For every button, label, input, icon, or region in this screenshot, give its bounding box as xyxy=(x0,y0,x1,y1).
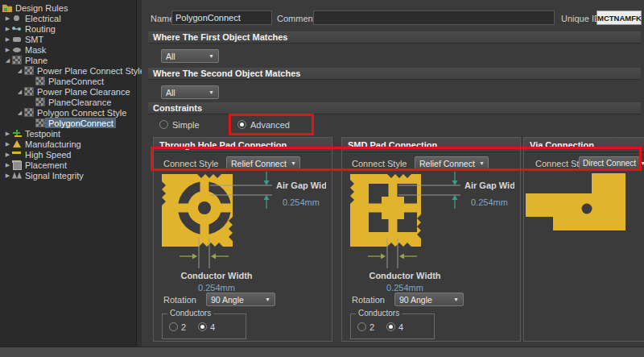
advanced-mode-label: Advanced xyxy=(250,120,290,130)
conductors-2-label: 2 xyxy=(181,322,186,332)
through-hole-connect-style-dropdown[interactable]: Relief Connect ▼ xyxy=(226,156,300,170)
expand-expanded-icon[interactable]: ◢ xyxy=(3,57,12,64)
tree-item-label: Plane xyxy=(25,56,47,65)
tree-item-plane[interactable]: ◢ Plane xyxy=(0,55,136,65)
tree-item-polygonconnect-selected[interactable]: PolygonConnect xyxy=(0,118,136,128)
conductors-2-radio[interactable] xyxy=(357,322,366,331)
connect-style-value: Relief Connect xyxy=(419,159,475,168)
expand-collapsed-icon[interactable]: ▶ xyxy=(3,162,12,168)
advanced-mode-radio[interactable] xyxy=(237,120,246,129)
simple-mode-radio[interactable] xyxy=(159,120,168,129)
tree-item-high-speed[interactable]: ▶ High Speed xyxy=(0,149,136,160)
conductors-groupbox: Conductors 2 4 xyxy=(162,313,246,339)
electrical-icon xyxy=(12,14,22,23)
through-hole-pad-connection-panel: Through Hole Pad Connection Connect Styl… xyxy=(153,137,332,342)
conductor-width-label: Conductor Width xyxy=(369,271,440,280)
smd-connect-style-dropdown[interactable]: Relief Connect ▼ xyxy=(415,156,489,170)
tree-item-power-plane-connect-style[interactable]: ◢ Power Plane Connect Style xyxy=(0,65,136,76)
conductors-legend: Conductors xyxy=(167,309,213,318)
conductors-4-radio[interactable] xyxy=(386,322,395,331)
air-gap-arrows xyxy=(264,172,270,209)
chevron-down-icon: ▼ xyxy=(265,297,270,302)
tree-item-placement[interactable]: ▶ Placement xyxy=(0,160,136,170)
rule-icon xyxy=(35,77,45,85)
tree-item-label: SMT xyxy=(25,35,43,44)
air-gap-width-value: 0.254mm xyxy=(471,197,508,207)
expand-collapsed-icon[interactable]: ▶ xyxy=(3,141,12,147)
chevron-down-icon: ▼ xyxy=(640,160,644,166)
spoke-north xyxy=(200,180,209,193)
plane-icon xyxy=(12,56,22,64)
through-hole-rotation-dropdown[interactable]: 90 Angle ▼ xyxy=(206,293,275,306)
tree-item-electrical[interactable]: ▶ Electrical xyxy=(0,13,136,23)
unique-id-label: Unique ID xyxy=(561,14,601,23)
rotation-label: Rotation xyxy=(163,295,196,305)
via-connection-panel: Via Connection Connect Style Direct Conn… xyxy=(523,137,644,342)
chevron-down-icon: ▼ xyxy=(453,297,459,302)
tree-item-label: Testpoint xyxy=(25,129,60,139)
conductors-2-radio[interactable] xyxy=(169,322,178,331)
via-hole xyxy=(582,204,592,214)
conductor-width-label: Conductor Width xyxy=(180,271,252,280)
tree-item-routing[interactable]: ▶ Routing xyxy=(0,23,136,34)
polygon-connect-rule-dialog: Design Rules ▶ Electrical ▶ Routing ▶ SM… xyxy=(0,0,644,357)
tree-item-planeconnect[interactable]: PlaneConnect xyxy=(0,76,136,86)
tree-item-label: Polygon Connect Style xyxy=(37,108,126,118)
tree-item-manufacturing[interactable]: ▶ Manufacturing xyxy=(0,139,136,149)
smd-pad xyxy=(382,197,404,219)
tree-item-testpoint[interactable]: ▶ Testpoint xyxy=(0,128,136,139)
selected-tree-item-highlight: PolygonConnect xyxy=(45,118,116,128)
chevron-down-icon: ▼ xyxy=(291,160,296,166)
spoke-north xyxy=(389,184,398,197)
tree-item-label: Power Plane Clearance xyxy=(37,87,130,97)
second-object-scope-dropdown[interactable]: All ▼ xyxy=(161,85,219,99)
tree-item-polygon-connect-style[interactable]: ◢ Polygon Connect Style xyxy=(0,107,136,118)
name-input[interactable] xyxy=(171,10,272,25)
design-rules-tree: Design Rules ▶ Electrical ▶ Routing ▶ SM… xyxy=(0,0,137,347)
rotation-value: 90 Angle xyxy=(211,295,244,305)
spoke-south xyxy=(200,222,209,236)
smd-rotation-dropdown[interactable]: 90 Angle ▼ xyxy=(394,293,464,306)
expand-expanded-icon[interactable]: ◢ xyxy=(15,89,24,95)
expand-expanded-icon[interactable]: ◢ xyxy=(15,68,24,74)
comment-label: Comment xyxy=(277,14,316,23)
conductors-4-radio[interactable] xyxy=(198,322,207,331)
rotation-value: 90 Angle xyxy=(399,295,432,305)
expand-collapsed-icon[interactable]: ▶ xyxy=(3,47,12,53)
unique-id-value: MCTNAMFK xyxy=(597,10,642,25)
expand-expanded-icon[interactable]: ◢ xyxy=(15,110,24,116)
tree-item-planeclearance[interactable]: PlaneClearance xyxy=(0,97,136,107)
spoke-east xyxy=(404,204,417,213)
first-object-scope-value: All xyxy=(166,52,175,61)
conductor-width-arrows xyxy=(368,254,417,259)
expand-collapsed-icon[interactable]: ▶ xyxy=(3,131,12,137)
first-object-scope-dropdown[interactable]: All ▼ xyxy=(161,49,219,63)
bottom-status-strip xyxy=(0,347,644,357)
air-gap-width-label: Air Gap Width xyxy=(276,181,326,190)
tree-item-signal-integrity[interactable]: ▶ Signal Integrity xyxy=(0,170,136,181)
smd-panel-title: SMD Pad Connection xyxy=(342,138,520,152)
tree-item-power-plane-clearance[interactable]: ◢ Power Plane Clearance xyxy=(0,86,136,97)
conductors-4-label: 4 xyxy=(398,322,403,332)
expand-collapsed-icon[interactable]: ▶ xyxy=(3,36,12,43)
spoke-west xyxy=(369,204,382,213)
expand-collapsed-icon[interactable]: ▶ xyxy=(3,15,12,22)
tree-item-label: High Speed xyxy=(25,150,72,160)
tree-item-label: Signal Integrity xyxy=(25,171,84,181)
tree-item-label: PlaneClearance xyxy=(48,98,111,107)
expand-collapsed-icon[interactable]: ▶ xyxy=(3,26,12,32)
tree-item-label: PolygonConnect xyxy=(48,118,114,128)
via-connect-style-dropdown[interactable]: Direct Connect ▼ xyxy=(579,156,642,170)
comment-input[interactable] xyxy=(313,10,555,25)
tree-item-design-rules[interactable]: Design Rules xyxy=(0,2,136,13)
expand-collapsed-icon[interactable]: ▶ xyxy=(3,172,12,179)
tree-item-smt[interactable]: ▶ SMT xyxy=(0,34,136,44)
high-speed-icon xyxy=(12,150,22,160)
expand-collapsed-icon[interactable]: ▶ xyxy=(3,152,12,158)
tree-item-mask[interactable]: ▶ Mask xyxy=(0,44,136,55)
rule-type-icon xyxy=(24,87,34,96)
air-gap-width-label: Air Gap Width xyxy=(464,181,514,190)
tree-item-label: Manufacturing xyxy=(25,139,81,149)
through-hole-panel-title: Through Hole Pad Connection xyxy=(154,138,332,152)
connect-style-label: Connect Style xyxy=(352,159,407,168)
